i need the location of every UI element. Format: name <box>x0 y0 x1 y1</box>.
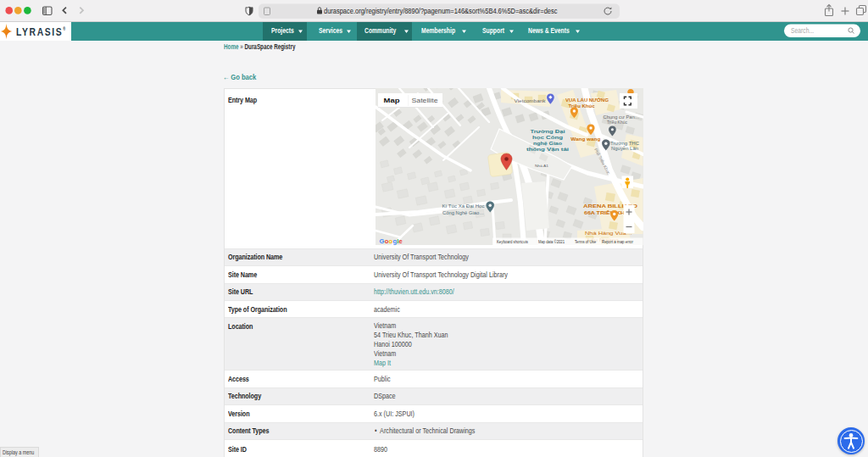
svg-text:Satellite: Satellite <box>412 97 438 104</box>
svg-text:Nguyễn Lân: Nguyễn Lân <box>611 146 638 151</box>
svg-text:Map: Map <box>384 97 400 104</box>
svg-text:nghệ Giao: nghệ Giao <box>533 141 562 146</box>
svg-text:Chung cư Pan…: Chung cư Pan… <box>604 115 640 120</box>
svg-text:Công Nghệ Giao…: Công Nghệ Giao… <box>442 211 484 215</box>
svg-text:Report a map error: Report a map error <box>602 240 633 244</box>
svg-text:thông Vận tải: thông Vận tải <box>526 147 569 152</box>
svg-text:Wang wang: Wang wang <box>570 137 600 142</box>
svg-text:Terms of Use: Terms of Use <box>575 240 596 244</box>
svg-text:Keyboard shortcuts: Keyboard shortcuts <box>497 240 529 244</box>
svg-text:Map data ©2021: Map data ©2021 <box>538 239 565 244</box>
svg-text:e: e <box>398 237 402 245</box>
svg-text:G: G <box>380 237 385 245</box>
svg-text:Triều Khúc: Triều Khúc <box>607 120 628 125</box>
svg-text:Triều Khúc: Triều Khúc <box>569 103 595 109</box>
svg-text:Trường Đại: Trường Đại <box>531 129 565 134</box>
svg-text:Kí Túc Xá Đại Học: Kí Túc Xá Đại Học <box>442 204 486 209</box>
svg-text:học Công: học Công <box>532 135 564 140</box>
svg-text:Nhà A1: Nhà A1 <box>535 164 549 168</box>
svg-text:Trường THC: Trường THC <box>610 142 640 146</box>
svg-text:VUA LẨU NƯỚNG: VUA LẨU NƯỚNG <box>565 97 609 103</box>
svg-text:Vietcombank: Vietcombank <box>515 99 547 103</box>
